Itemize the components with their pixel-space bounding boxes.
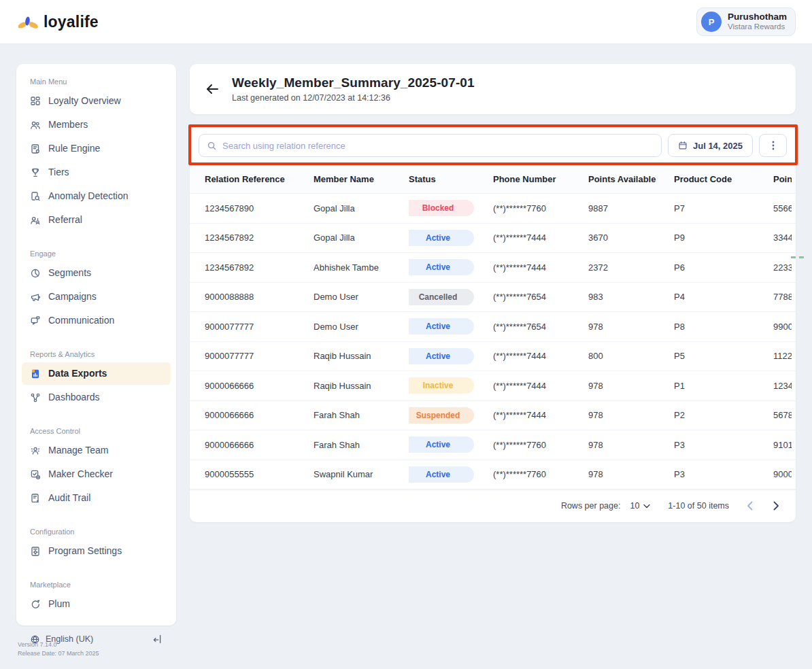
- campaigns-icon: [30, 292, 41, 303]
- sidebar-item-label: Data Exports: [48, 367, 107, 380]
- sidebar-item-label: Dashboards: [48, 391, 100, 404]
- column-header-member-name: Member Name: [314, 174, 409, 184]
- cell-phone-number: (**)******7760: [493, 469, 588, 479]
- column-header-status: Status: [409, 174, 493, 184]
- user-name: Purushotham: [728, 12, 787, 22]
- sidebar-item-program-settings[interactable]: Program Settings: [22, 540, 171, 562]
- plum-icon: [30, 599, 41, 610]
- table-body: 1234567890 Gopal Jilla Blocked (**)*****…: [190, 194, 796, 490]
- sidebar-item-label: Audit Trail: [48, 492, 90, 504]
- cell-points: 90000: [773, 469, 792, 479]
- status-badge: Active: [409, 436, 474, 453]
- rows-per-page-select[interactable]: 10: [630, 501, 650, 511]
- user-profile-chip[interactable]: P Purushotham Vistara Rewards: [696, 7, 796, 36]
- table-row[interactable]: 9000077777 Demo User Active (**)******76…: [190, 312, 796, 342]
- table-row[interactable]: 9000077777 Raqib Hussain Active (**)****…: [190, 342, 796, 372]
- previous-page-icon[interactable]: [747, 501, 753, 511]
- sidebar-item-label: Anomaly Detection: [48, 190, 129, 203]
- cell-relation-reference: 1234567890: [205, 203, 314, 213]
- table-row[interactable]: 9000066666 Farah Shah Active (**)******7…: [190, 430, 796, 460]
- rows-per-page-label: Rows per page:: [561, 501, 621, 511]
- sidebar-item-label: Loyalty Overview: [48, 95, 121, 107]
- sidebar-item-referral[interactable]: Referral: [22, 209, 171, 231]
- segments-icon: [30, 268, 41, 279]
- cell-points: 1234: [773, 381, 792, 391]
- sidebar-item-dashboards[interactable]: Dashboards: [22, 386, 171, 409]
- cell-points-available: 800: [588, 351, 674, 361]
- sidebar-item-tiers[interactable]: Tiers: [22, 161, 171, 184]
- dashboards-icon: [30, 392, 41, 403]
- sidebar-item-label: Rule Engine: [48, 142, 100, 155]
- cell-phone-number: (**)******7654: [493, 322, 588, 332]
- calendar-icon: [678, 141, 688, 150]
- cell-product-code: P5: [674, 351, 773, 361]
- cell-points: 5566: [773, 203, 792, 213]
- table-row[interactable]: 1234567892 Abhishek Tambe Active (**)***…: [190, 253, 796, 283]
- page-subtitle: Last generated on 12/07/2023 at 14:12:36: [232, 93, 475, 103]
- cell-phone-number: (**)******7760: [493, 440, 588, 450]
- cell-product-code: P3: [674, 440, 773, 450]
- sidebar-section-reports-analytics: Reports & Analytics: [22, 350, 171, 358]
- sidebar-item-anomaly-detection[interactable]: Anomaly Detection: [22, 185, 171, 207]
- table-row[interactable]: 1234567890 Gopal Jilla Blocked (**)*****…: [190, 194, 796, 224]
- cell-relation-reference: 9000088888: [205, 292, 314, 302]
- lotus-logo-icon: [16, 13, 39, 31]
- search-input[interactable]: [222, 135, 654, 156]
- search-box[interactable]: [199, 134, 662, 157]
- sidebar-item-campaigns[interactable]: Campaigns: [22, 286, 171, 308]
- status-badge: Active: [409, 348, 474, 364]
- more-actions-button[interactable]: [759, 134, 787, 157]
- table-row[interactable]: 9000088888 Demo User Cancelled (**)*****…: [190, 283, 796, 313]
- cell-points: 2233: [773, 262, 792, 273]
- members-icon: [30, 120, 41, 131]
- referral-icon: [30, 215, 41, 226]
- sidebar-item-audit-trail[interactable]: Audit Trail: [22, 487, 171, 509]
- sidebar-item-communication[interactable]: Communication: [22, 309, 171, 332]
- cell-relation-reference: 9000055555: [205, 469, 314, 479]
- sidebar-section-configuration: Configuration: [22, 528, 171, 536]
- cell-member-name: Abhishek Tambe: [314, 262, 409, 273]
- table-header-row: Relation Reference Member Name Status Ph…: [190, 165, 796, 194]
- back-arrow-icon[interactable]: [205, 82, 220, 96]
- rows-per-page-value: 10: [630, 501, 639, 511]
- sidebar-item-loyalty-overview[interactable]: Loyalty Overview: [22, 90, 171, 112]
- top-bar: loyalife P Purushotham Vistara Rewards: [0, 0, 812, 44]
- column-header-product-code: Product Code: [674, 174, 773, 184]
- cell-phone-number: (**)******7444: [493, 381, 588, 391]
- sidebar-item-label: Members: [48, 118, 88, 131]
- cell-phone-number: (**)******7444: [493, 351, 588, 361]
- sidebar-section-access-control: Access Control: [22, 427, 171, 435]
- table-row[interactable]: 9000055555 Swapnil Kumar Active (**)****…: [190, 460, 796, 490]
- cell-member-name: Raqib Hussain: [314, 381, 409, 391]
- column-header-points-available: Points Available: [588, 174, 674, 184]
- table-row[interactable]: 9000066666 Farah Shah Suspended (**)****…: [190, 401, 796, 431]
- cell-product-code: P3: [674, 469, 773, 479]
- table-row[interactable]: 1234567892 Gopal Jilla Active (**)******…: [190, 224, 796, 254]
- cell-product-code: P6: [674, 262, 773, 273]
- sidebar-item-segments[interactable]: Segments: [22, 262, 171, 284]
- sidebar-section-marketplace: Marketplace: [22, 581, 171, 589]
- cell-points: 3344: [773, 233, 792, 243]
- sidebar-item-maker-checker[interactable]: Maker Checker: [22, 463, 171, 485]
- sidebar: Main Menu Loyalty Overview Members Rule …: [16, 64, 176, 625]
- sidebar-item-data-exports[interactable]: Data Exports: [22, 362, 171, 385]
- cell-relation-reference: 9000066666: [205, 440, 314, 450]
- brand-logo: loyalife: [16, 13, 99, 31]
- sidebar-item-members[interactable]: Members: [22, 114, 171, 136]
- overview-grid-icon: [30, 96, 41, 107]
- cell-phone-number: (**)******7444: [493, 233, 588, 243]
- sidebar-item-rule-engine[interactable]: Rule Engine: [22, 137, 171, 160]
- user-program: Vistara Rewards: [728, 22, 787, 32]
- collapse-sidebar-icon[interactable]: [152, 634, 163, 645]
- sidebar-item-label: Segments: [48, 267, 91, 279]
- column-header-points: Points: [773, 174, 792, 184]
- next-page-icon[interactable]: [773, 501, 779, 511]
- sidebar-item-plum[interactable]: Plum: [22, 593, 171, 615]
- cell-relation-reference: 1234567892: [205, 262, 314, 273]
- cell-product-code: P2: [674, 410, 773, 420]
- date-filter-button[interactable]: Jul 14, 2025: [668, 134, 753, 157]
- avatar: P: [701, 12, 722, 32]
- sidebar-item-manage-team[interactable]: Manage Team: [22, 439, 171, 462]
- sidebar-section-engage: Engage: [22, 250, 171, 258]
- table-row[interactable]: 9000066666 Raqib Hussain Inactive (**)**…: [190, 371, 796, 401]
